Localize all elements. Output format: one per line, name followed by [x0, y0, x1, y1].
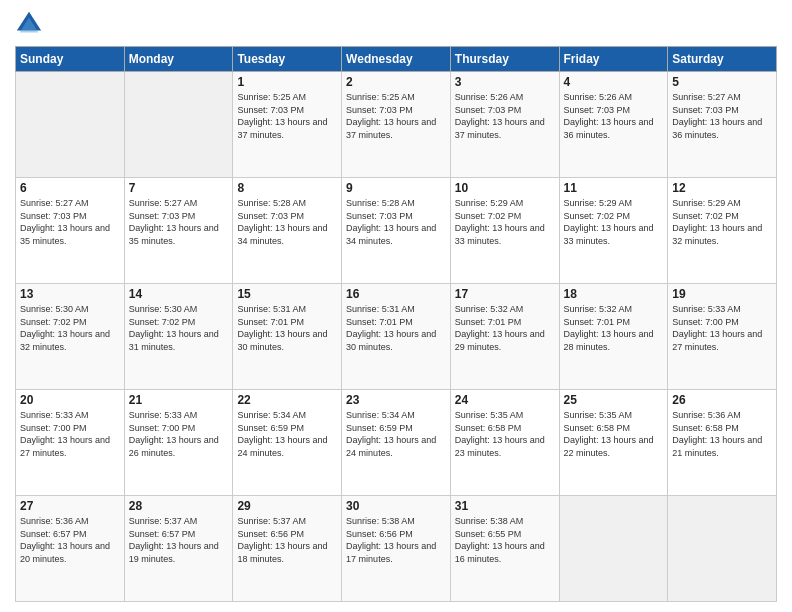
calendar-header: SundayMondayTuesdayWednesdayThursdayFrid… [16, 47, 777, 72]
day-number: 20 [20, 393, 120, 407]
day-info: Sunrise: 5:29 AM Sunset: 7:02 PM Dayligh… [455, 197, 555, 247]
day-info: Sunrise: 5:31 AM Sunset: 7:01 PM Dayligh… [237, 303, 337, 353]
header [15, 10, 777, 38]
calendar-cell: 30Sunrise: 5:38 AM Sunset: 6:56 PM Dayli… [342, 496, 451, 602]
calendar-cell: 5Sunrise: 5:27 AM Sunset: 7:03 PM Daylig… [668, 72, 777, 178]
day-number: 31 [455, 499, 555, 513]
day-number: 4 [564, 75, 664, 89]
calendar-cell: 2Sunrise: 5:25 AM Sunset: 7:03 PM Daylig… [342, 72, 451, 178]
calendar-week-row: 6Sunrise: 5:27 AM Sunset: 7:03 PM Daylig… [16, 178, 777, 284]
calendar-cell: 8Sunrise: 5:28 AM Sunset: 7:03 PM Daylig… [233, 178, 342, 284]
calendar-cell: 31Sunrise: 5:38 AM Sunset: 6:55 PM Dayli… [450, 496, 559, 602]
day-number: 18 [564, 287, 664, 301]
logo [15, 10, 47, 38]
calendar-cell: 15Sunrise: 5:31 AM Sunset: 7:01 PM Dayli… [233, 284, 342, 390]
day-number: 2 [346, 75, 446, 89]
calendar-cell: 13Sunrise: 5:30 AM Sunset: 7:02 PM Dayli… [16, 284, 125, 390]
day-number: 7 [129, 181, 229, 195]
day-number: 3 [455, 75, 555, 89]
day-number: 5 [672, 75, 772, 89]
day-info: Sunrise: 5:35 AM Sunset: 6:58 PM Dayligh… [455, 409, 555, 459]
day-info: Sunrise: 5:27 AM Sunset: 7:03 PM Dayligh… [20, 197, 120, 247]
day-number: 11 [564, 181, 664, 195]
day-info: Sunrise: 5:29 AM Sunset: 7:02 PM Dayligh… [672, 197, 772, 247]
calendar-cell: 3Sunrise: 5:26 AM Sunset: 7:03 PM Daylig… [450, 72, 559, 178]
calendar-cell: 17Sunrise: 5:32 AM Sunset: 7:01 PM Dayli… [450, 284, 559, 390]
calendar-cell: 7Sunrise: 5:27 AM Sunset: 7:03 PM Daylig… [124, 178, 233, 284]
day-number: 28 [129, 499, 229, 513]
calendar-cell: 1Sunrise: 5:25 AM Sunset: 7:03 PM Daylig… [233, 72, 342, 178]
day-number: 24 [455, 393, 555, 407]
day-number: 22 [237, 393, 337, 407]
day-info: Sunrise: 5:34 AM Sunset: 6:59 PM Dayligh… [237, 409, 337, 459]
day-info: Sunrise: 5:37 AM Sunset: 6:57 PM Dayligh… [129, 515, 229, 565]
day-number: 21 [129, 393, 229, 407]
day-number: 1 [237, 75, 337, 89]
day-info: Sunrise: 5:29 AM Sunset: 7:02 PM Dayligh… [564, 197, 664, 247]
calendar-cell: 18Sunrise: 5:32 AM Sunset: 7:01 PM Dayli… [559, 284, 668, 390]
calendar-cell: 6Sunrise: 5:27 AM Sunset: 7:03 PM Daylig… [16, 178, 125, 284]
day-number: 30 [346, 499, 446, 513]
day-info: Sunrise: 5:28 AM Sunset: 7:03 PM Dayligh… [237, 197, 337, 247]
calendar-week-row: 20Sunrise: 5:33 AM Sunset: 7:00 PM Dayli… [16, 390, 777, 496]
day-number: 9 [346, 181, 446, 195]
calendar-cell: 4Sunrise: 5:26 AM Sunset: 7:03 PM Daylig… [559, 72, 668, 178]
day-number: 29 [237, 499, 337, 513]
day-info: Sunrise: 5:32 AM Sunset: 7:01 PM Dayligh… [564, 303, 664, 353]
calendar-cell: 14Sunrise: 5:30 AM Sunset: 7:02 PM Dayli… [124, 284, 233, 390]
calendar-cell: 20Sunrise: 5:33 AM Sunset: 7:00 PM Dayli… [16, 390, 125, 496]
calendar-cell: 24Sunrise: 5:35 AM Sunset: 6:58 PM Dayli… [450, 390, 559, 496]
calendar-cell: 28Sunrise: 5:37 AM Sunset: 6:57 PM Dayli… [124, 496, 233, 602]
day-number: 12 [672, 181, 772, 195]
day-number: 27 [20, 499, 120, 513]
day-info: Sunrise: 5:25 AM Sunset: 7:03 PM Dayligh… [346, 91, 446, 141]
day-info: Sunrise: 5:27 AM Sunset: 7:03 PM Dayligh… [672, 91, 772, 141]
calendar-cell [124, 72, 233, 178]
weekday-header: Thursday [450, 47, 559, 72]
calendar-cell: 25Sunrise: 5:35 AM Sunset: 6:58 PM Dayli… [559, 390, 668, 496]
day-info: Sunrise: 5:33 AM Sunset: 7:00 PM Dayligh… [129, 409, 229, 459]
calendar-cell: 21Sunrise: 5:33 AM Sunset: 7:00 PM Dayli… [124, 390, 233, 496]
logo-icon [15, 10, 43, 38]
calendar-week-row: 27Sunrise: 5:36 AM Sunset: 6:57 PM Dayli… [16, 496, 777, 602]
calendar-cell: 9Sunrise: 5:28 AM Sunset: 7:03 PM Daylig… [342, 178, 451, 284]
day-info: Sunrise: 5:36 AM Sunset: 6:58 PM Dayligh… [672, 409, 772, 459]
day-info: Sunrise: 5:33 AM Sunset: 7:00 PM Dayligh… [20, 409, 120, 459]
calendar-cell: 10Sunrise: 5:29 AM Sunset: 7:02 PM Dayli… [450, 178, 559, 284]
weekday-row: SundayMondayTuesdayWednesdayThursdayFrid… [16, 47, 777, 72]
calendar-week-row: 1Sunrise: 5:25 AM Sunset: 7:03 PM Daylig… [16, 72, 777, 178]
calendar-cell [559, 496, 668, 602]
day-info: Sunrise: 5:30 AM Sunset: 7:02 PM Dayligh… [129, 303, 229, 353]
day-info: Sunrise: 5:27 AM Sunset: 7:03 PM Dayligh… [129, 197, 229, 247]
weekday-header: Friday [559, 47, 668, 72]
day-info: Sunrise: 5:38 AM Sunset: 6:55 PM Dayligh… [455, 515, 555, 565]
day-info: Sunrise: 5:28 AM Sunset: 7:03 PM Dayligh… [346, 197, 446, 247]
day-info: Sunrise: 5:31 AM Sunset: 7:01 PM Dayligh… [346, 303, 446, 353]
weekday-header: Sunday [16, 47, 125, 72]
day-number: 6 [20, 181, 120, 195]
day-info: Sunrise: 5:34 AM Sunset: 6:59 PM Dayligh… [346, 409, 446, 459]
day-info: Sunrise: 5:37 AM Sunset: 6:56 PM Dayligh… [237, 515, 337, 565]
day-number: 17 [455, 287, 555, 301]
calendar-cell: 26Sunrise: 5:36 AM Sunset: 6:58 PM Dayli… [668, 390, 777, 496]
calendar-body: 1Sunrise: 5:25 AM Sunset: 7:03 PM Daylig… [16, 72, 777, 602]
day-number: 16 [346, 287, 446, 301]
day-info: Sunrise: 5:33 AM Sunset: 7:00 PM Dayligh… [672, 303, 772, 353]
calendar-cell: 16Sunrise: 5:31 AM Sunset: 7:01 PM Dayli… [342, 284, 451, 390]
weekday-header: Wednesday [342, 47, 451, 72]
day-info: Sunrise: 5:35 AM Sunset: 6:58 PM Dayligh… [564, 409, 664, 459]
day-info: Sunrise: 5:38 AM Sunset: 6:56 PM Dayligh… [346, 515, 446, 565]
day-number: 26 [672, 393, 772, 407]
day-info: Sunrise: 5:25 AM Sunset: 7:03 PM Dayligh… [237, 91, 337, 141]
day-info: Sunrise: 5:26 AM Sunset: 7:03 PM Dayligh… [564, 91, 664, 141]
calendar-cell [668, 496, 777, 602]
weekday-header: Monday [124, 47, 233, 72]
calendar-cell: 29Sunrise: 5:37 AM Sunset: 6:56 PM Dayli… [233, 496, 342, 602]
day-number: 23 [346, 393, 446, 407]
calendar-week-row: 13Sunrise: 5:30 AM Sunset: 7:02 PM Dayli… [16, 284, 777, 390]
weekday-header: Tuesday [233, 47, 342, 72]
day-number: 14 [129, 287, 229, 301]
calendar-cell [16, 72, 125, 178]
calendar-cell: 22Sunrise: 5:34 AM Sunset: 6:59 PM Dayli… [233, 390, 342, 496]
calendar-cell: 11Sunrise: 5:29 AM Sunset: 7:02 PM Dayli… [559, 178, 668, 284]
